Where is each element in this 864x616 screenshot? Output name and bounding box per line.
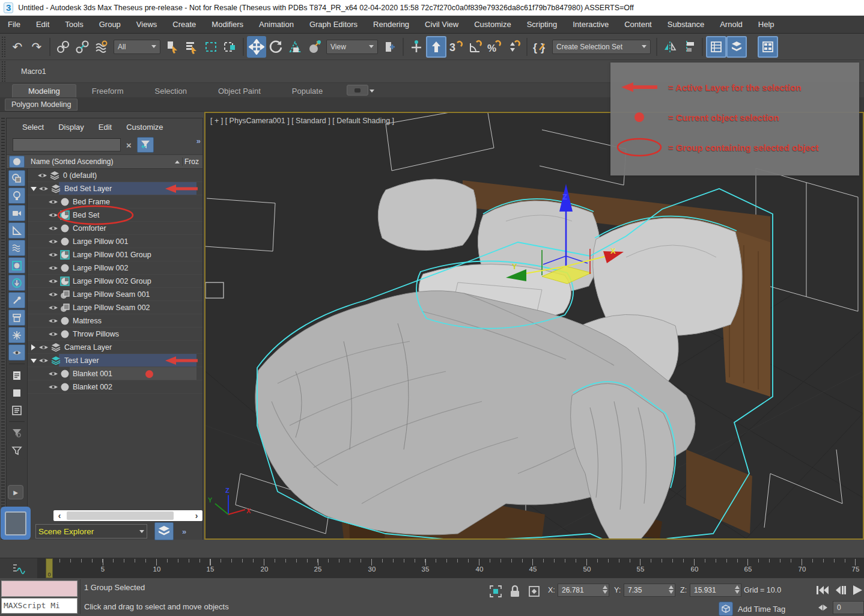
redo-button[interactable]: ↷	[27, 36, 46, 58]
select-and-scale-button[interactable]	[285, 36, 305, 58]
eye-icon[interactable]	[48, 290, 58, 299]
select-and-link-button[interactable]	[53, 36, 73, 58]
current-frame-field[interactable]: 0	[833, 601, 864, 614]
explorer-menu-edit[interactable]: Edit	[91, 123, 119, 132]
viewport[interactable]: Z X Y Z X Y [ + ] [ PhysCamera001 ] [ St…	[204, 112, 864, 540]
mini-curve-editor-button[interactable]	[10, 561, 28, 576]
display-geometry-toggle[interactable]	[9, 156, 25, 168]
collapse-icon[interactable]	[31, 187, 37, 191]
eye-icon[interactable]	[48, 250, 58, 260]
eye-icon[interactable]	[48, 303, 58, 313]
ribbon-tab-populate[interactable]: Populate	[276, 85, 338, 97]
menu-views[interactable]: Views	[129, 16, 165, 34]
menu-rendering[interactable]: Rendering	[365, 16, 417, 34]
z-coordinate-field[interactable]: 15.931	[690, 584, 741, 597]
layer-row[interactable]: Camera Layer	[28, 341, 202, 354]
menu-customize[interactable]: Customize	[466, 16, 519, 34]
object-row[interactable]: Mattress	[28, 314, 202, 328]
display-square-button[interactable]	[8, 385, 25, 401]
eye-icon[interactable]	[38, 343, 49, 352]
reference-coordinate-system-dropdown[interactable]: View	[326, 40, 378, 54]
select-and-place-button[interactable]	[305, 36, 324, 58]
layer-row[interactable]: 0 (default)	[28, 169, 202, 182]
select-by-name-button[interactable]	[182, 36, 201, 58]
select-and-move-button[interactable]	[247, 36, 266, 58]
absolute-offset-toggle-button[interactable]	[526, 584, 542, 599]
advanced-filter-button[interactable]	[8, 425, 25, 441]
panel-expand-button[interactable]: ▶	[8, 485, 23, 499]
explorer-preset-combo[interactable]: Scene Explorer	[35, 524, 147, 538]
name-column-header[interactable]: Name (Sorted Ascending)	[27, 157, 183, 166]
select-and-rotate-button[interactable]	[266, 36, 285, 58]
play-button[interactable]	[850, 582, 864, 599]
overflow-chevrons-icon[interactable]: »	[196, 136, 200, 145]
selection-lock-button[interactable]	[507, 584, 523, 599]
menu-file[interactable]: File	[0, 16, 28, 34]
menu-arnold[interactable]: Arnold	[712, 16, 750, 34]
rectangular-selection-region-button[interactable]	[201, 36, 221, 58]
search-input[interactable]	[13, 138, 121, 151]
filter-bones-button[interactable]	[8, 292, 25, 308]
eye-icon[interactable]	[38, 184, 49, 194]
y-coordinate-field[interactable]: 7.35	[624, 584, 675, 597]
menu-group[interactable]: Group	[91, 16, 129, 34]
toggle-ribbon-button[interactable]	[758, 36, 778, 58]
object-row[interactable]: Blanket 001	[28, 367, 202, 380]
timeline-ruler[interactable]: 5 10 15 20 25 30 35 40 45 50 55 60 65 70…	[37, 558, 864, 579]
eye-icon[interactable]	[48, 276, 58, 286]
undo-button[interactable]: ↶	[8, 36, 27, 58]
explorer-menu-display[interactable]: Display	[51, 123, 91, 132]
isolate-selection-button[interactable]	[488, 584, 503, 599]
scroll-left-icon[interactable]: ‹	[53, 510, 65, 521]
keyboard-shortcut-override-button[interactable]	[426, 36, 446, 58]
filter-space-warps-button[interactable]	[8, 240, 25, 256]
snap-toggle-3d-button[interactable]: 3	[446, 36, 466, 58]
filter-cameras-button[interactable]	[8, 205, 25, 221]
explorer-menu-customize[interactable]: Customize	[119, 123, 170, 132]
eye-icon[interactable]	[37, 171, 47, 180]
eye-icon[interactable]	[38, 356, 49, 365]
filter-combinations-button[interactable]	[8, 442, 25, 459]
dock-drag-handle[interactable]	[1, 118, 5, 543]
spinner-icon[interactable]	[735, 585, 740, 594]
toggle-scene-explorer-button[interactable]	[706, 36, 726, 58]
spinner-snap-button[interactable]	[504, 36, 523, 58]
select-object-button[interactable]	[163, 36, 182, 58]
filter-frozen-button[interactable]	[8, 327, 25, 343]
scrollbar-thumb[interactable]	[67, 511, 174, 520]
ribbon-tab-selection[interactable]: Selection	[139, 85, 202, 97]
display-list-button[interactable]	[8, 367, 25, 383]
edit-named-selection-sets-button[interactable]: {}	[531, 36, 550, 58]
group-row[interactable]: Large Pillow 002 Group	[28, 275, 202, 288]
group-row[interactable]: Bed Set	[28, 209, 202, 222]
spinner-icon[interactable]	[669, 585, 674, 594]
ribbon-config-button[interactable]	[347, 85, 368, 96]
unlink-selection-button[interactable]	[73, 36, 92, 58]
x-coordinate-field[interactable]: 26.781	[558, 584, 609, 597]
group-row[interactable]: Large Pillow 001 Group	[28, 248, 202, 261]
eye-icon[interactable]	[48, 382, 58, 392]
filter-button[interactable]	[137, 137, 154, 153]
selection-filter-dropdown[interactable]: All	[114, 40, 160, 54]
window-crossing-button[interactable]	[221, 36, 240, 58]
align-button[interactable]	[680, 36, 699, 58]
menu-create[interactable]: Create	[165, 16, 204, 34]
object-row[interactable]: Blanket 002	[28, 380, 202, 394]
menu-interactive[interactable]: Interactive	[565, 16, 616, 34]
filter-xrefs-button[interactable]	[8, 275, 25, 291]
toolbar-drag-handle[interactable]	[2, 37, 6, 57]
explorer-menu-select[interactable]: Select	[15, 123, 51, 132]
explorer-horizontal-scrollbar[interactable]: ‹ ›	[53, 510, 202, 521]
toggle-layer-explorer-button[interactable]	[726, 36, 747, 58]
object-row[interactable]: Large Pillow 002	[28, 261, 202, 275]
eye-icon[interactable]	[48, 369, 58, 379]
layer-row[interactable]: Test Layer	[28, 354, 202, 367]
frozen-column-header[interactable]: Froz	[183, 157, 202, 166]
menu-substance[interactable]: Substance	[660, 16, 712, 34]
ribbon-tab-object-paint[interactable]: Object Paint	[202, 85, 276, 97]
menu-scripting[interactable]: Scripting	[519, 16, 565, 34]
eye-icon[interactable]	[48, 316, 58, 326]
eye-icon[interactable]	[48, 263, 58, 273]
menu-modifiers[interactable]: Modifiers	[204, 16, 251, 34]
scroll-right-icon[interactable]: ›	[190, 510, 202, 521]
